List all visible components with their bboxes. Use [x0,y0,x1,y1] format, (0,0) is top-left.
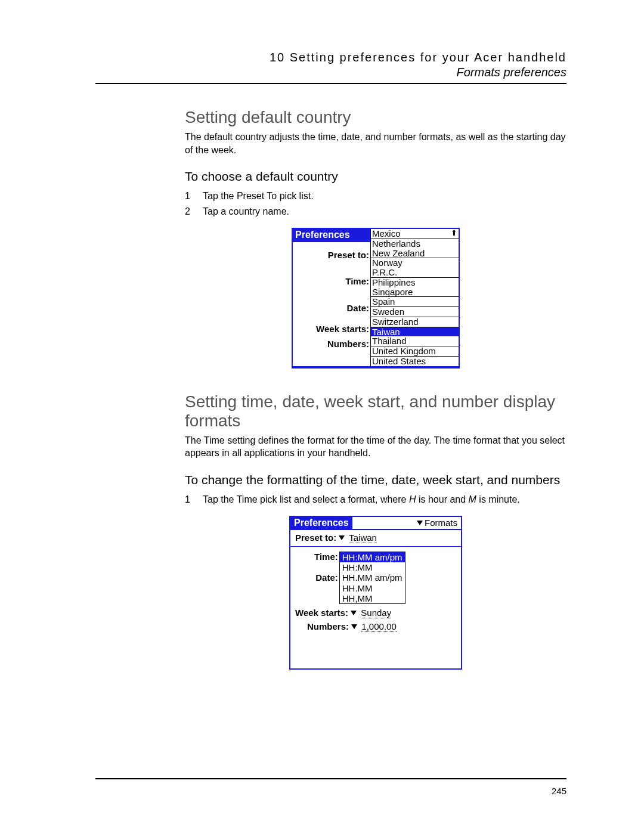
subheading-choose-default-country: To choose a default country [185,169,566,184]
label-week-starts: Week starts: [293,321,370,337]
label-time: Time: [293,268,370,295]
device-title-bar: Preferences [290,517,352,529]
step-number: 2 [185,206,203,217]
time-format-option[interactable]: HH.MM [340,583,405,593]
footer-rule [95,778,566,779]
time-format-option[interactable]: HH.MM am/pm [340,572,405,583]
step-number: 1 [185,494,203,505]
preset-row[interactable]: Preset to: Taiwan [290,530,461,544]
country-option[interactable]: Netherlands [371,239,459,249]
divider [290,546,461,547]
dropdown-icon [417,521,423,525]
country-option[interactable]: Mexico⬆ [371,229,459,239]
step-item: 1 Tap the Time pick list and select a fo… [185,494,566,505]
country-option[interactable]: New Zealand [371,249,459,259]
step-number: 1 [185,191,203,202]
country-option[interactable]: Sweden [371,307,459,317]
step-text: Tap the Preset To pick list. [203,191,314,202]
time-format-option[interactable]: HH,MM [340,593,405,603]
country-option[interactable]: United Kingdom [371,346,459,357]
heading-setting-formats: Setting time, date, week start, and numb… [185,392,566,431]
country-option[interactable]: Taiwan [371,327,459,337]
step-item: 1 Tap the Preset To pick list. [185,191,566,202]
dropdown-icon [351,624,357,629]
country-option[interactable]: Switzerland [371,317,459,327]
dropdown-icon [339,535,345,540]
device-screenshot-formats: Preferences Formats Preset to: Taiwan Ti… [289,516,462,670]
steps-list-1: 1 Tap the Preset To pick list. 2 Tap a c… [185,191,566,217]
para-time-setting: The Time setting defines the format for … [185,434,566,460]
country-option[interactable]: Philippines [371,278,459,287]
time-format-option[interactable]: HH:MM [340,562,405,572]
time-format-picklist[interactable]: HH:MM am/pmHH:MMHH.MM am/pmHH.MMHH,MM [339,552,405,604]
label-numbers: Numbers: [293,336,370,352]
formats-menu[interactable]: Formats [417,518,461,528]
step-text: Tap the Time pick list and select a form… [203,494,520,505]
para-default-country: The default country adjusts the time, da… [185,131,566,156]
country-option[interactable]: Norway [371,258,459,268]
header-chapter: 10 Setting preferences for your Acer han… [95,51,566,64]
header-section: Formats preferences [95,66,566,79]
time-format-option[interactable]: HH:MM am/pm [340,552,405,562]
country-option[interactable]: P.R.C. [371,268,459,278]
step-item: 2 Tap a country name. [185,206,566,217]
heading-setting-default-country: Setting default country [185,108,566,127]
dropdown-icon [351,611,357,615]
country-option[interactable]: Singapore [371,287,459,298]
subheading-change-formatting: To change the formatting of the time, da… [185,473,566,487]
week-starts-row[interactable]: Week starts: Sunday [290,605,461,619]
page-header: 10 Setting preferences for your Acer han… [95,51,566,79]
country-option[interactable]: Thailand [371,336,459,346]
header-rule [95,83,566,84]
page-number: 245 [552,786,566,796]
label-date: Date: [293,295,370,321]
device-screenshot-country-list: Preferences Preset to: Time: Date: Week … [292,228,460,368]
label-preset-to: Preset to: [293,242,370,268]
steps-list-2: 1 Tap the Time pick list and select a fo… [185,494,566,505]
country-option[interactable]: Spain [371,297,459,307]
numbers-row[interactable]: Numbers: 1,000.00 [290,619,461,633]
time-date-labels: Time: Date: [314,552,338,604]
step-text: Tap a country name. [203,206,289,217]
country-picklist[interactable]: Mexico⬆NetherlandsNew ZealandNorwayP.R.C… [370,229,459,366]
device-title-bar: Preferences [293,229,370,242]
country-option[interactable]: United States [371,357,459,366]
scroll-up-icon[interactable]: ⬆ [451,229,457,237]
